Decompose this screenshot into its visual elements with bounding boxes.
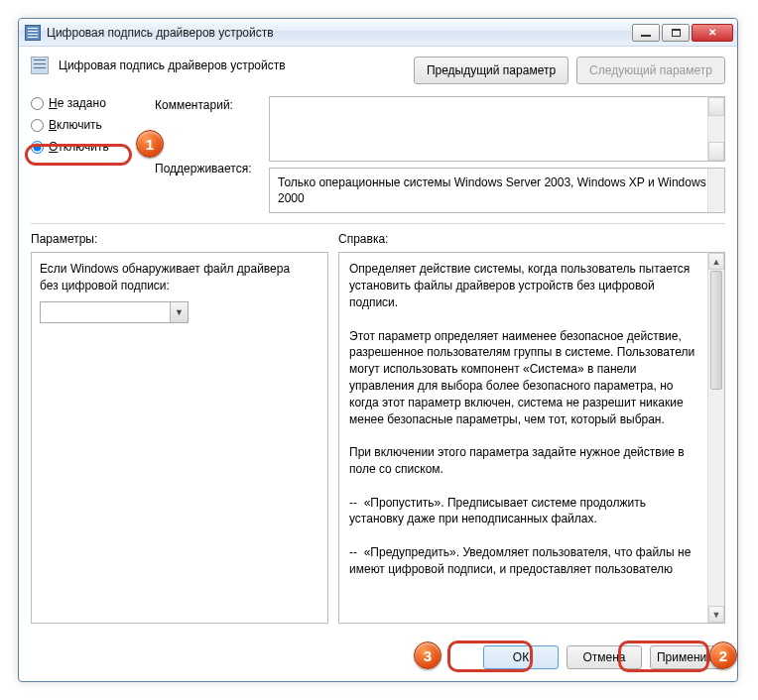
comment-scrollbar[interactable]: [707, 97, 724, 161]
ok-button[interactable]: ОК: [483, 645, 559, 669]
radio-disabled-input[interactable]: [31, 141, 44, 154]
comment-label: Комментарий:: [155, 98, 259, 112]
radio-disabled-label: тключить: [58, 140, 108, 154]
previous-setting-button[interactable]: Предыдущий параметр: [414, 57, 568, 84]
help-scrollbar[interactable]: ▲ ▼: [707, 253, 724, 623]
window-controls: ✕: [632, 24, 733, 42]
field-values: Только операционные системы Windows Serv…: [269, 96, 725, 213]
policy-icon: [31, 57, 49, 74]
step-badge-1: 1: [136, 130, 164, 158]
help-text: Определяет действие системы, когда польз…: [339, 253, 707, 623]
scroll-down-button[interactable]: ▼: [708, 606, 724, 623]
bottom-grid: Параметры: Если Windows обнаруживает фай…: [31, 232, 725, 624]
field-labels: Комментарий: Поддерживается:: [155, 96, 259, 213]
parameters-label: Параметры:: [31, 232, 328, 246]
supported-text: Только операционные системы Windows Serv…: [269, 168, 725, 213]
radio-not-configured-input[interactable]: [31, 97, 44, 110]
help-label: Справка:: [338, 232, 725, 246]
config-row: Не задано Включить Отключить 1 Комментар…: [31, 96, 725, 213]
next-setting-button: Следующий параметр: [576, 57, 725, 84]
radio-column: Не задано Включить Отключить 1: [31, 96, 145, 213]
dialog-body: Цифровая подпись драйверов устройств Пре…: [19, 47, 737, 636]
help-column: Справка: Определяет действие системы, ко…: [338, 232, 725, 624]
radio-enabled-label: ключить: [57, 118, 102, 132]
supported-scrollbar[interactable]: [707, 169, 724, 212]
titlebar: Цифровая подпись драйверов устройств ✕: [19, 19, 737, 47]
close-button[interactable]: ✕: [692, 24, 733, 42]
window-title: Цифровая подпись драйверов устройств: [47, 26, 632, 40]
help-panel: Определяет действие системы, когда польз…: [338, 252, 725, 624]
supported-label: Поддерживается:: [155, 162, 259, 175]
radio-enabled-input[interactable]: [31, 119, 44, 132]
scroll-thumb[interactable]: [710, 271, 722, 390]
minimize-button[interactable]: [632, 24, 660, 42]
cancel-button[interactable]: Отмена: [567, 645, 642, 669]
scroll-up-button[interactable]: ▲: [708, 253, 724, 270]
footer: 3 ОК Отмена Применить 2: [19, 636, 737, 681]
radio-not-configured-label: е задано: [58, 96, 106, 110]
parameters-text: Если Windows обнаруживает файл драйвера …: [40, 261, 298, 292]
combobox-dropdown-button[interactable]: ▼: [170, 302, 188, 322]
parameters-panel: Если Windows обнаруживает файл драйвера …: [31, 252, 328, 624]
parameters-combobox[interactable]: ▼: [40, 301, 189, 323]
policy-title: Цифровая подпись драйверов устройств: [59, 57, 404, 72]
step-badge-3: 3: [414, 642, 442, 669]
supported-value: Только операционные системы Windows Serv…: [278, 175, 706, 205]
radio-disabled[interactable]: Отключить: [31, 140, 145, 154]
dialog-window: Цифровая подпись драйверов устройств ✕ Ц…: [18, 18, 738, 682]
header-row: Цифровая подпись драйверов устройств Пре…: [31, 57, 725, 84]
separator: [31, 223, 725, 224]
radio-enabled[interactable]: Включить: [31, 118, 145, 132]
app-icon: [25, 25, 41, 41]
radio-not-configured[interactable]: Не задано: [31, 96, 145, 110]
maximize-button[interactable]: [662, 24, 690, 42]
step-badge-2: 2: [709, 642, 737, 669]
comment-textarea[interactable]: [269, 96, 725, 162]
parameters-column: Параметры: Если Windows обнаруживает фай…: [31, 232, 328, 624]
